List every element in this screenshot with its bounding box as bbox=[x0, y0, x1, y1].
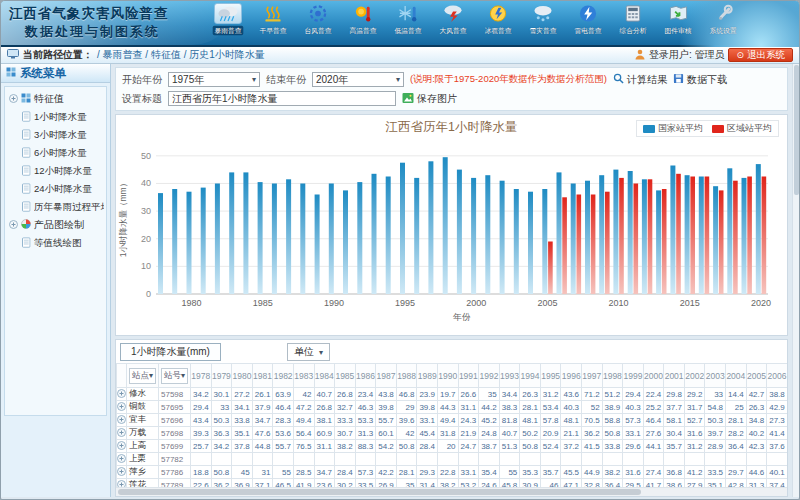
value-cell: 50.2 bbox=[520, 427, 541, 440]
tree-toggle-icon[interactable] bbox=[9, 220, 18, 231]
doc-icon bbox=[22, 111, 31, 123]
toolbar-item-wind[interactable]: 大风普查 bbox=[430, 3, 475, 36]
toolbar-item-hail[interactable]: 冰雹普查 bbox=[475, 3, 520, 36]
compute-label: 计算结果 bbox=[627, 73, 667, 87]
logout-button[interactable]: ⊙ 退出系统 bbox=[728, 48, 793, 62]
data-table: 站点▾站号▾1978197919801981198219831984198519… bbox=[116, 363, 788, 497]
sidebar-item-6小时降水量[interactable]: 6小时降水量 bbox=[7, 144, 104, 162]
toolbar-item-label: 系统设置 bbox=[709, 26, 736, 35]
value-cell bbox=[520, 453, 541, 466]
toolbar-item-lightning[interactable]: 雷电普查 bbox=[565, 3, 610, 36]
toolbar-item-typhoon[interactable]: 台风普查 bbox=[295, 3, 340, 36]
row-expand-icon[interactable] bbox=[117, 388, 127, 401]
value-cell: 56.4 bbox=[293, 427, 314, 440]
toolbar-item-settings[interactable]: 系统设置 bbox=[700, 3, 745, 36]
row-expand-icon[interactable] bbox=[117, 401, 127, 414]
value-cell bbox=[767, 453, 788, 466]
chart-legend: 国家站平均区域站平均 bbox=[636, 120, 779, 137]
year-column-header: 1995 bbox=[540, 364, 561, 388]
tree-toggle-icon[interactable] bbox=[9, 94, 18, 105]
row-expand-icon[interactable] bbox=[117, 427, 127, 440]
scrollbar-thumb[interactable] bbox=[118, 489, 641, 495]
grid-node-icon bbox=[21, 93, 31, 105]
value-cell: 35 bbox=[479, 388, 500, 401]
value-cell: 33.9 bbox=[787, 479, 788, 492]
value-type-box[interactable]: 1小时降水量(mm) bbox=[120, 343, 221, 361]
legend-item[interactable]: 区域站平均 bbox=[712, 122, 772, 135]
station-id-cell: 57695 bbox=[159, 401, 191, 414]
value-cell: 40.1 bbox=[767, 466, 788, 479]
row-expand-icon[interactable] bbox=[117, 453, 127, 466]
sidebar-node-0[interactable]: 特征值 bbox=[7, 90, 104, 108]
value-cell: 41.4 bbox=[767, 427, 788, 440]
sidebar-item-3小时降水量[interactable]: 3小时降水量 bbox=[7, 126, 104, 144]
toolbar-item-label: 雪灾普查 bbox=[529, 26, 556, 35]
toolbar-item-high-temp[interactable]: 高温普查 bbox=[340, 3, 385, 36]
value-cell: 31.8 bbox=[437, 427, 458, 440]
toolbar-item-drought[interactable]: 干旱普查 bbox=[250, 3, 295, 36]
download-button[interactable]: 数据下载 bbox=[673, 73, 727, 87]
compute-button[interactable]: 计算结果 bbox=[613, 73, 667, 87]
value-cell: 29 bbox=[396, 401, 417, 414]
breadcrumb[interactable]: / 暴雨普查 / 特征值 / 历史1小时降水量 bbox=[97, 48, 265, 62]
value-cell: 33.1 bbox=[417, 414, 438, 427]
sidebar-node-1[interactable]: 产品图绘制 bbox=[7, 216, 104, 234]
row-expand-icon[interactable] bbox=[117, 414, 127, 427]
value-cell: 30.2 bbox=[787, 440, 788, 453]
station-id-column-header[interactable]: 站号▾ bbox=[159, 364, 191, 388]
legend-label: 区域站平均 bbox=[727, 122, 772, 135]
value-cell: 14.4 bbox=[726, 388, 747, 401]
value-cell bbox=[293, 453, 314, 466]
value-cell: 52.7 bbox=[684, 414, 705, 427]
vertical-scrollbar[interactable] bbox=[792, 64, 799, 497]
start-year-select[interactable]: 1975年 ▾ bbox=[168, 72, 260, 87]
value-cell: 34.2 bbox=[191, 388, 212, 401]
value-cell: 35.7 bbox=[664, 440, 685, 453]
row-expand-icon[interactable] bbox=[117, 466, 127, 479]
sidebar-item-1小时降水量[interactable]: 1小时降水量 bbox=[7, 108, 104, 126]
toolbar-item-label: 台风普查 bbox=[304, 26, 331, 35]
value-cell: 55 bbox=[499, 466, 520, 479]
sidebar-item-等值线绘图[interactable]: 等值线绘图 bbox=[7, 234, 104, 252]
value-cell: 45.2 bbox=[479, 414, 500, 427]
year-column-header: 1999 bbox=[623, 364, 644, 388]
value-cell: 60.9 bbox=[314, 427, 335, 440]
year-column-header: 1987 bbox=[376, 364, 397, 388]
legend-item[interactable]: 国家站平均 bbox=[643, 122, 703, 135]
value-cell: 37.2 bbox=[561, 440, 582, 453]
value-cell: 24.8 bbox=[479, 427, 500, 440]
toolbar-item-low-temp[interactable]: 低温普查 bbox=[385, 3, 430, 36]
toolbar-item-map-audit[interactable]: 图件审核 bbox=[655, 3, 700, 36]
toolbar-item-analysis[interactable]: 综合分析 bbox=[610, 3, 655, 36]
app-title-line1: 江西省气象灾害风险普查 bbox=[9, 5, 169, 23]
value-cell bbox=[355, 453, 376, 466]
value-cell: 81.8 bbox=[499, 414, 520, 427]
save-image-button[interactable]: 保存图片 bbox=[402, 92, 457, 106]
sidebar-item-历年暴雨过程平均雨量[interactable]: 历年暴雨过程平均雨量 bbox=[7, 198, 104, 216]
value-cell: 20.9 bbox=[540, 427, 561, 440]
sidebar-item-24小时降水量[interactable]: 24小时降水量 bbox=[7, 180, 104, 198]
toolbar-item-rainstorm[interactable]: 暴雨普查 bbox=[205, 3, 250, 36]
horizontal-scrollbar[interactable] bbox=[116, 487, 787, 496]
row-expand-icon[interactable] bbox=[117, 440, 127, 453]
sidebar: 系统菜单 特征值1小时降水量3小时降水量6小时降水量12小时降水量24小时降水量… bbox=[1, 64, 111, 497]
value-cell: 22.8 bbox=[437, 466, 458, 479]
value-cell bbox=[746, 453, 767, 466]
value-cell: 26.8 bbox=[314, 401, 335, 414]
chart-title-input[interactable] bbox=[168, 91, 396, 106]
scrollbar-thumb[interactable] bbox=[794, 65, 799, 195]
station-column-header[interactable]: 站点▾ bbox=[127, 364, 159, 388]
login-user-label: 登录用户: 管理员 bbox=[649, 48, 725, 62]
svg-text:2020: 2020 bbox=[751, 298, 771, 308]
value-cell bbox=[726, 453, 747, 466]
value-cell: 28.1 bbox=[396, 466, 417, 479]
value-cell: 28.4 bbox=[787, 401, 788, 414]
value-cell bbox=[417, 453, 438, 466]
end-year-select[interactable]: 2020年 ▾ bbox=[312, 72, 404, 87]
value-cell: 43.6 bbox=[561, 388, 582, 401]
unit-select[interactable]: 单位 ▾ bbox=[287, 343, 330, 361]
toolbar-item-snow[interactable]: 雪灾普查 bbox=[520, 3, 565, 36]
value-cell: 42.2 bbox=[376, 466, 397, 479]
value-cell: 76.5 bbox=[293, 440, 314, 453]
sidebar-item-12小时降水量[interactable]: 12小时降水量 bbox=[7, 162, 104, 180]
